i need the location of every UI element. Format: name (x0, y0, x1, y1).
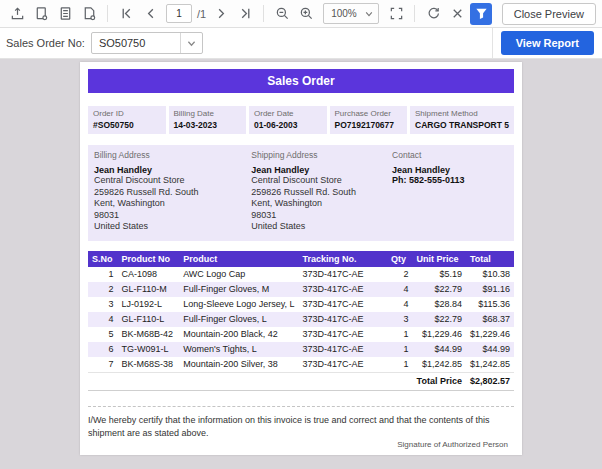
column-header: S.No (88, 251, 117, 267)
total-label: Total Price (413, 372, 466, 390)
table-row: 4GL-F110-LFull-Finger Gloves, L373D-417C… (88, 312, 514, 327)
table-row: 2GL-F110-MFull-Finger Gloves, M373D-417C… (88, 282, 514, 297)
report-viewport: Sales Order Order ID #SO50750 Billing Da… (0, 59, 602, 469)
column-header: Unit Price (413, 251, 466, 267)
field-label: Order Date (254, 109, 322, 118)
table-row: 6TG-W091-LWomen's Tights, L373D-417C-AE1… (88, 342, 514, 357)
sales-order-select[interactable]: SO50750 (91, 32, 203, 54)
first-page-icon[interactable] (115, 3, 137, 25)
field-label: Shipment Method (415, 109, 509, 118)
sales-order-value: SO50750 (92, 37, 180, 49)
contact-info: Contact Jean Handley Ph: 582-555-0113 (392, 150, 508, 233)
viewer-toolbar: /1 100% Close Preview (0, 0, 602, 28)
purchase-order-field: Purchase Order PO7192170677 (330, 106, 408, 134)
certification-text: I/We hereby certify that the information… (88, 414, 497, 440)
parameter-label: Sales Order No: (6, 37, 85, 49)
contact-name: Jean Handley (392, 165, 508, 175)
toolbar-divider (107, 5, 108, 22)
address-name: Jean Handley (94, 165, 251, 175)
zoom-out-icon[interactable] (271, 3, 293, 25)
address-label: Shipping Address (251, 150, 392, 160)
address-name: Jean Handley (251, 165, 392, 175)
table-row: 7BK-M68S-38Mountain-200 Silver, 38373D-4… (88, 357, 514, 373)
fit-to-page-icon[interactable] (385, 3, 407, 25)
field-label: Purchase Order (335, 109, 403, 118)
column-header: Total (466, 251, 514, 267)
filter-icon[interactable] (470, 3, 492, 25)
address-label: Billing Address (94, 150, 251, 160)
addresses-section: Billing Address Jean Handley Central Dis… (88, 145, 514, 241)
field-label: Order ID (93, 109, 161, 118)
contact-phone: Ph: 582-555-0113 (392, 175, 508, 187)
print-icon[interactable] (30, 3, 52, 25)
field-value: PO7192170677 (335, 120, 403, 130)
report-title: Sales Order (88, 69, 514, 93)
billing-date-field: Billing Date 14-03-2023 (169, 106, 247, 134)
cancel-icon[interactable] (446, 3, 468, 25)
page-total-label: /1 (197, 8, 206, 20)
toolbar-divider (263, 5, 264, 22)
previous-page-icon[interactable] (139, 3, 161, 25)
page-number-input[interactable] (166, 4, 192, 23)
last-page-icon[interactable] (234, 3, 256, 25)
table-row: 1CA-1098AWC Logo Cap373D-417C-AE2$5.19$1… (88, 267, 514, 282)
line-items-table: S.No Product No Product Tracking No. Qty… (88, 251, 514, 391)
export-icon[interactable] (6, 3, 28, 25)
signature-label: Signature of Authorized Person (397, 440, 508, 449)
total-row: Total Price $2,802.57 (88, 372, 514, 390)
chevron-down-icon (180, 33, 202, 53)
column-header: Qty (387, 251, 413, 267)
shipment-method-field: Shipment Method CARGO TRANSPORT 5 (410, 106, 514, 134)
field-value: 14-03-2023 (174, 120, 242, 130)
view-report-button[interactable]: View Report (501, 31, 594, 55)
order-date-field: Order Date 01-06-2003 (249, 106, 327, 134)
field-value: #SO50750 (93, 120, 161, 130)
refresh-icon[interactable] (422, 3, 444, 25)
field-label: Billing Date (174, 109, 242, 118)
zoom-level-value: 100% (331, 8, 357, 19)
dashed-divider (88, 406, 514, 407)
field-value: CARGO TRANSPORT 5 (415, 120, 509, 130)
report-page: Sales Order Order ID #SO50750 Billing Da… (80, 62, 522, 455)
close-preview-button[interactable]: Close Preview (502, 3, 596, 25)
toolbar-divider (414, 5, 415, 22)
field-value: 01-06-2003 (254, 120, 322, 130)
chevron-down-icon (364, 9, 374, 19)
address-label: Contact (392, 150, 508, 160)
print-layout-icon[interactable] (54, 3, 76, 25)
zoom-in-icon[interactable] (295, 3, 317, 25)
billing-address: Billing Address Jean Handley Central Dis… (94, 150, 251, 233)
table-header-row: S.No Product No Product Tracking No. Qty… (88, 251, 514, 267)
page-setup-icon[interactable] (78, 3, 100, 25)
column-header: Tracking No. (299, 251, 388, 267)
table-row: 3LJ-0192-LLong-Sleeve Logo Jersey, L373D… (88, 297, 514, 312)
shipping-address-lines: Central Discount Store259826 Russell Rd.… (251, 175, 392, 233)
parameter-bar: Sales Order No: SO50750 View Report (0, 28, 602, 59)
shipping-address: Shipping Address Jean Handley Central Di… (251, 150, 392, 233)
column-header: Product No (117, 251, 179, 267)
table-body: 1CA-1098AWC Logo Cap373D-417C-AE2$5.19$1… (88, 267, 514, 373)
table-row: 5BK-M68B-42Mountain-200 Black, 42373D-41… (88, 327, 514, 342)
next-page-icon[interactable] (210, 3, 232, 25)
total-value: $2,802.57 (466, 372, 514, 390)
billing-address-lines: Central Discount Store259826 Russell Rd.… (94, 175, 251, 233)
order-id-field: Order ID #SO50750 (88, 106, 166, 134)
column-header: Product (179, 251, 298, 267)
zoom-level-select[interactable]: 100% (323, 3, 379, 24)
order-info-row: Order ID #SO50750 Billing Date 14-03-202… (88, 106, 514, 134)
